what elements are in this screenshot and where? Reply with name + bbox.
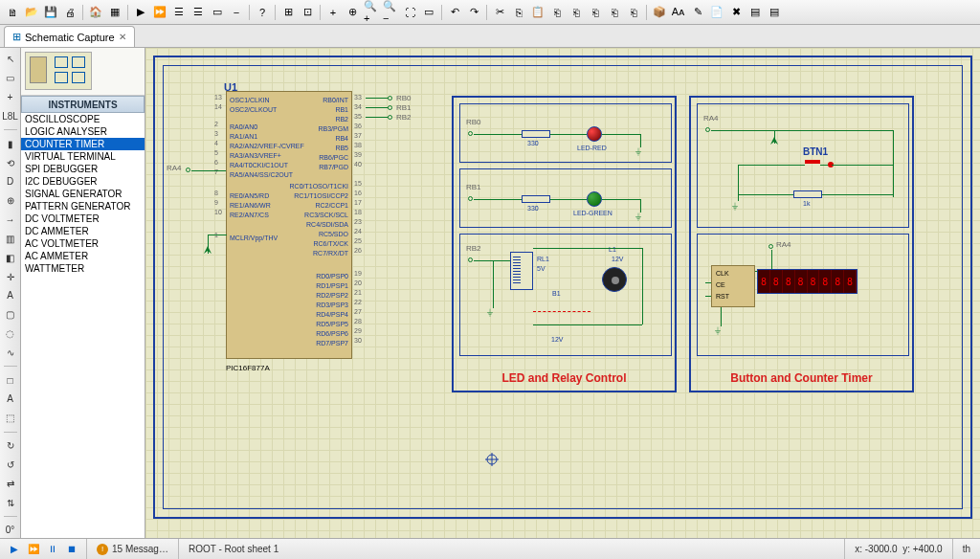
side-tool-8[interactable]: ⊕ (3, 193, 18, 209)
instrument-pattern-generator[interactable]: PATTERN GENERATOR (21, 200, 145, 212)
doc-icon[interactable]: 📄 (708, 4, 725, 21)
side-tool-18[interactable]: □ (3, 372, 18, 388)
zoom-fit-icon[interactable]: ⛶ (401, 4, 418, 21)
run-button[interactable]: ▶ (6, 542, 23, 557)
x-icon[interactable]: ✖ (727, 4, 745, 21)
step-button[interactable]: ⏩ (25, 542, 42, 557)
button-btn1[interactable] (793, 160, 832, 169)
instrument-spi-debugger[interactable]: SPI DEBUGGER (21, 163, 145, 175)
redo-icon[interactable]: ↷ (465, 4, 482, 21)
side-tool-7[interactable]: D (3, 174, 18, 190)
side-tool-1[interactable]: ▭ (3, 71, 18, 86)
list2-icon[interactable]: ☰ (189, 4, 207, 21)
side-tool-20[interactable]: ⬚ (3, 411, 18, 426)
led-green[interactable] (587, 191, 602, 207)
pause-button[interactable]: ⏸ (44, 542, 61, 557)
zoom-to-icon[interactable]: ⊕ (344, 4, 361, 21)
side-tool-19[interactable]: A (3, 391, 18, 407)
instrument-logic-analyser[interactable]: LOGIC ANALYSER (21, 125, 145, 138)
paste3-icon[interactable]: ⎗ (568, 4, 585, 21)
counter-timer[interactable]: CLK CE RST (711, 265, 755, 307)
messages-cell[interactable]: ! 15 Messag… (86, 539, 178, 559)
paste5-icon[interactable]: ⎗ (606, 4, 623, 21)
instrument-dc-ammeter[interactable]: DC AMMETER (21, 225, 145, 237)
tab-schematic[interactable]: ⊞ Schematic Capture ✕ (4, 26, 135, 47)
instrument-virtual-terminal[interactable]: VIRTUAL TERMINAL (21, 150, 145, 163)
side-tool-0[interactable]: ↖ (3, 52, 18, 67)
help-icon[interactable]: ? (254, 4, 271, 21)
side-tool-6[interactable]: ⟲ (3, 155, 18, 170)
warning-icon: ! (97, 544, 108, 555)
sheet-icon[interactable]: ▭ (209, 4, 226, 21)
resistor-r2[interactable] (522, 195, 550, 203)
side-tool-24[interactable]: ⇄ (3, 476, 18, 491)
overview-map[interactable] (21, 48, 145, 96)
side-tool-9[interactable]: → (3, 212, 18, 228)
zoom-sheet-icon[interactable]: ▭ (420, 4, 437, 21)
side-tool-10[interactable]: ▥ (3, 231, 18, 246)
component-icon[interactable]: ▦ (106, 4, 123, 21)
power-arrow-icon (768, 137, 781, 150)
lib-icon[interactable]: Aᴀ (670, 4, 687, 21)
side-tool-12[interactable]: ✛ (3, 269, 18, 284)
list1-icon[interactable]: ☰ (170, 4, 188, 21)
zoom-in-icon[interactable]: + (324, 4, 342, 21)
copy-icon[interactable]: ⎘ (510, 4, 527, 21)
instrument-wattmeter[interactable]: WATTMETER (21, 262, 145, 275)
panel-header: INSTRUMENTS (21, 96, 145, 113)
instrument-signal-generator[interactable]: SIGNAL GENERATOR (21, 188, 145, 200)
instrument-dc-voltmeter[interactable]: DC VOLTMETER (21, 212, 145, 225)
ruler-icon[interactable]: ✎ (689, 4, 706, 21)
instrument-i2c-debugger[interactable]: I2C DEBUGGER (21, 175, 145, 188)
side-tool-13[interactable]: A (3, 288, 18, 303)
options-icon[interactable]: ⊡ (299, 4, 316, 21)
paste4-icon[interactable]: ⎗ (587, 4, 604, 21)
side-tool-16[interactable]: ∿ (3, 345, 18, 360)
led-red[interactable] (587, 126, 602, 142)
step-icon[interactable]: ⏩ (151, 4, 168, 21)
grid-icon[interactable]: ⊞ (279, 4, 297, 21)
instrument-ac-ammeter[interactable]: AC AMMETER (21, 250, 145, 262)
page2-icon[interactable]: ▤ (766, 4, 783, 21)
paste-icon[interactable]: 📋 (529, 4, 546, 21)
new-file-icon[interactable]: 🗎 (4, 4, 21, 21)
page1-icon[interactable]: ▤ (746, 4, 764, 21)
pkg-icon[interactable]: 📦 (651, 4, 668, 21)
side-tool-27[interactable]: 0° (3, 523, 18, 538)
paste2-icon[interactable]: ⎗ (548, 4, 566, 21)
power-arrow-icon (201, 246, 214, 259)
lamp-l1[interactable] (602, 267, 627, 292)
side-tool-15[interactable]: ◌ (3, 326, 18, 342)
side-tool-11[interactable]: ◧ (3, 250, 18, 265)
schematic-canvas[interactable]: U1 PIC16F877A 13OSC1/CLKIN14OSC2/CLKOUT2… (145, 48, 980, 538)
group-button-counter[interactable]: Button and Counter Timer RA4 BTN1 (689, 96, 914, 392)
undo-icon[interactable]: ↶ (446, 4, 463, 21)
side-tool-22[interactable]: ↻ (3, 438, 18, 454)
cut-icon[interactable]: ✂ (491, 4, 508, 21)
side-tool-2[interactable]: + (3, 90, 18, 105)
zoom-in2-icon[interactable]: 🔍+ (363, 4, 380, 21)
resistor-r1[interactable] (522, 130, 550, 138)
side-tool-14[interactable]: ▢ (3, 307, 18, 323)
minus-icon[interactable]: − (228, 4, 245, 21)
side-tool-5[interactable]: ▮ (3, 136, 18, 151)
home-icon[interactable]: 🏠 (87, 4, 104, 21)
side-tool-3[interactable]: L8L (3, 108, 18, 123)
resistor-r3[interactable] (793, 190, 822, 198)
tab-close-icon[interactable]: ✕ (119, 32, 126, 42)
side-tool-23[interactable]: ↺ (3, 458, 18, 473)
open-icon[interactable]: 📂 (23, 4, 40, 21)
stop-button[interactable]: ⏹ (63, 542, 80, 557)
side-tool-25[interactable]: ⇅ (3, 495, 18, 510)
relay-rl1[interactable] (510, 252, 533, 290)
instrument-ac-voltmeter[interactable]: AC VOLTMETER (21, 237, 145, 250)
print-icon[interactable]: 🖨 (61, 4, 78, 21)
zoom-out-icon[interactable]: 🔍− (382, 4, 399, 21)
save-icon[interactable]: 💾 (42, 4, 59, 21)
paste6-icon[interactable]: ⎗ (625, 4, 642, 21)
instrument-counter-timer[interactable]: COUNTER TIMER (21, 138, 145, 150)
instrument-oscilloscope[interactable]: OSCILLOSCOPE (21, 113, 145, 125)
group-led-relay[interactable]: LED and Relay Control RB0 330 LED-RED ⏚ … (452, 96, 677, 392)
play-icon[interactable]: ▶ (132, 4, 149, 21)
seven-seg-display[interactable]: 88888888 (757, 269, 858, 294)
